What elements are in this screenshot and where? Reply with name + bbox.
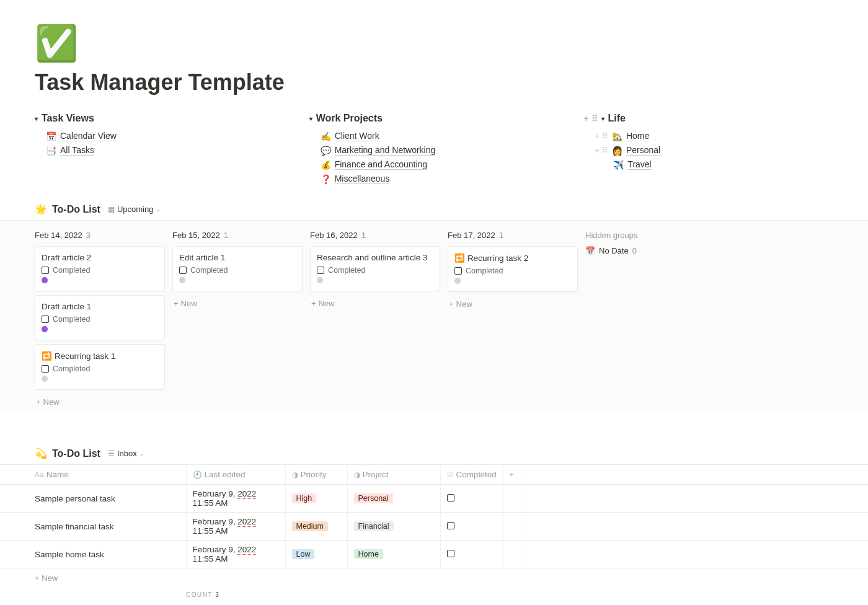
toggle-life[interactable]: + ⠿ ▾ Life [583,113,833,124]
cell-name[interactable]: Sample home task [0,541,186,568]
link-calendar-view[interactable]: 📅 Calendar View [46,129,285,143]
board-card[interactable]: Draft article 1Completed [35,295,165,340]
priority-dot-icon [454,278,461,284]
add-icon[interactable]: + [595,146,600,155]
link-client-work[interactable]: ✍️ Client Work [321,129,559,143]
table-row[interactable]: Sample home taskFebruary 9, 2022 11:55 A… [0,541,868,568]
column-count: 3 [86,231,91,240]
page-icon[interactable]: ✅ [35,25,72,62]
column-completed[interactable]: ☑Completed [440,465,503,485]
table-row[interactable]: Sample personal taskFebruary 9, 2022 11:… [0,485,868,513]
db-title[interactable]: To-Do List [52,204,100,215]
checkbox-icon[interactable] [317,267,324,274]
cell-project[interactable]: Financial [347,513,440,541]
board-card[interactable]: Edit article 1Completed [172,246,303,291]
view-picker-inbox[interactable]: ☰ Inbox ⌄ [105,448,147,459]
board-column: Feb 14, 2022 3Draft article 2CompletedDr… [35,227,165,410]
priority-tag: Medium [292,521,328,531]
link-all-tasks[interactable]: 📑 All Tasks [46,143,285,157]
column-last-edited[interactable]: 🕘Last edited [186,465,285,485]
board-card[interactable]: Draft article 2Completed [35,246,165,291]
cell-name[interactable]: Sample personal task [0,485,186,513]
view-picker-upcoming[interactable]: ▦ Upcoming ⌄ [105,203,164,215]
link-finance[interactable]: 💰 Finance and Accounting [321,157,559,172]
checkbox-icon[interactable] [42,365,49,373]
section-work-projects: ▾ Work Projects ✍️ Client Work 💬 Marketi… [309,113,559,186]
plus-icon: + [174,299,179,308]
cell-last-edited: February 9, 2022 11:55 AM [186,485,285,513]
checkbox-icon[interactable] [447,494,454,501]
new-card-button[interactable]: +New [448,296,578,312]
calendar-icon: 📅 [585,246,595,255]
question-icon: ❓ [321,174,331,184]
toggle-task-views[interactable]: ▾ Task Views [35,113,285,124]
drag-handle-icon[interactable]: ⠿ [602,131,608,141]
checkbox-icon[interactable] [454,267,462,275]
checkbox-icon[interactable] [447,522,454,529]
hidden-group-item[interactable]: 📅No Date0 [585,246,684,255]
link-travel[interactable]: ✈️ Travel [595,157,833,172]
board-card[interactable]: 🔁Recurring task 1Completed [35,344,165,390]
page-title[interactable]: Task Manager Template [35,69,833,95]
cell-priority[interactable]: Medium [285,513,347,541]
cell-last-edited: February 9, 2022 11:55 AM [186,513,285,541]
new-card-button[interactable]: +New [35,394,165,410]
link-personal[interactable]: + ⠿ 👩 Personal [595,143,833,157]
plus-icon: + [510,470,514,479]
hidden-group-label: No Date [599,246,629,255]
cell-completed[interactable] [440,485,503,513]
house-icon: 🏡 [612,131,622,141]
column-date: Feb 14, 2022 [35,231,82,240]
column-project[interactable]: ◑Project [347,465,440,485]
project-tag: Personal [354,493,393,503]
cell-completed[interactable] [440,541,503,568]
toggle-work-projects[interactable]: ▾ Work Projects [309,113,559,124]
table-row[interactable]: Sample financial taskFebruary 9, 2022 11… [0,513,868,541]
board-column-header[interactable]: Feb 14, 2022 3 [35,227,165,246]
column-count: 1 [224,231,228,240]
cell-completed[interactable] [440,513,503,541]
link-label: Finance and Accounting [335,159,427,170]
add-column-button[interactable]: + [503,465,528,485]
cell-name[interactable]: Sample financial task [0,513,186,541]
board-column-header[interactable]: Feb 16, 2022 1 [310,227,440,246]
new-card-button[interactable]: +New [172,295,303,312]
checkbox-icon[interactable] [42,267,49,274]
cell-priority[interactable]: High [285,485,347,513]
writing-icon: ✍️ [321,131,331,141]
cell-project[interactable]: Home [347,541,440,568]
new-card-button[interactable]: +New [310,295,440,312]
completed-label: Completed [190,266,228,275]
link-label: All Tasks [60,145,94,156]
section-task-views: ▾ Task Views 📅 Calendar View 📑 All Tasks [35,113,285,186]
checkbox-icon[interactable] [447,550,454,557]
priority-dot-icon [42,326,48,332]
column-name[interactable]: AaName [0,465,186,485]
priority-dot-icon [317,277,323,283]
column-priority[interactable]: ◑Priority [285,465,347,485]
calendar-icon: 📅 [46,131,56,141]
cell-project[interactable]: Personal [347,485,440,513]
checkbox-icon[interactable] [42,316,49,323]
add-icon[interactable]: + [583,113,588,123]
link-misc[interactable]: ❓ Miscellaneous [321,172,559,186]
board-card[interactable]: Research and outline article 3Completed [310,246,440,291]
section-header: Life [608,113,626,124]
add-icon[interactable]: + [595,131,600,141]
card-title: Draft article 1 [42,302,91,311]
board-column-header[interactable]: Feb 15, 2022 1 [172,227,303,246]
checkbox-icon[interactable] [179,267,187,274]
link-home[interactable]: + ⠿ 🏡 Home [595,129,833,143]
completed-label: Completed [466,267,503,275]
board-column-header[interactable]: Feb 17, 2022 1 [448,227,578,246]
drag-handle-icon[interactable]: ⠿ [602,146,608,155]
plus-icon: + [449,299,454,309]
board-card[interactable]: 🔁Recurring task 2Completed [448,246,578,292]
cell-priority[interactable]: Low [285,541,347,568]
column-count: 1 [361,231,366,240]
link-marketing[interactable]: 💬 Marketing and Networking [321,143,559,157]
column-date: Feb 17, 2022 [448,231,495,240]
drag-handle-icon[interactable]: ⠿ [591,113,598,123]
new-row-button[interactable]: + New [0,568,868,588]
db-title[interactable]: To-Do List [52,448,100,459]
